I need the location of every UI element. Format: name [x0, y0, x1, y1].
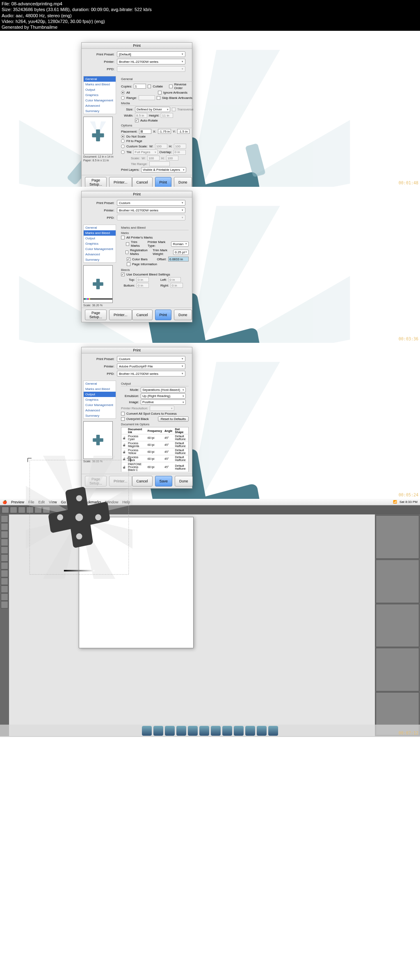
cancel-button[interactable]: Cancel: [132, 310, 153, 320]
printer-button[interactable]: Printer...: [109, 310, 132, 320]
tool-item[interactable]: [1, 523, 8, 530]
printer-select[interactable]: Adobe PostScript® File: [117, 363, 185, 369]
dock-item[interactable]: [245, 726, 255, 736]
sidebar-item-output[interactable]: Output: [84, 87, 116, 92]
sidebar-item-output[interactable]: Output: [84, 236, 116, 241]
placement-grid[interactable]: ⊞: [139, 129, 151, 134]
apple-icon[interactable]: 🍎: [2, 500, 7, 504]
swatches-panel[interactable]: [376, 560, 419, 603]
sidebar-item-marks[interactable]: Marks and Bleed: [84, 230, 116, 236]
printer-select[interactable]: Brother HL-2270DW series: [117, 207, 185, 213]
preset-select[interactable]: [Default]: [117, 51, 185, 57]
sidebar-item-general[interactable]: General: [84, 381, 116, 386]
sidebar-item-advanced[interactable]: Advanced: [84, 103, 116, 108]
printer-select[interactable]: Brother HL-2270DW series: [117, 59, 185, 64]
mark-weight-select[interactable]: 0.25 pt: [173, 250, 189, 255]
menu-preview[interactable]: Preview: [11, 500, 24, 504]
dock-item[interactable]: [165, 726, 175, 736]
sidebar-item-marks[interactable]: Marks and Bleed: [84, 82, 116, 87]
save-button[interactable]: Save: [155, 476, 173, 487]
layers-panel[interactable]: [376, 648, 419, 691]
tool-item[interactable]: [1, 601, 8, 608]
x-input[interactable]: -1.75 in: [158, 129, 171, 134]
sidebar-item-graphics[interactable]: Graphics: [84, 397, 116, 402]
sidebar-item-summary[interactable]: Summary: [84, 257, 116, 262]
skip-check[interactable]: [157, 96, 160, 100]
sidebar-item-color[interactable]: Color Management: [84, 246, 116, 252]
reverse-check[interactable]: [169, 85, 172, 88]
sidebar-item-general[interactable]: General: [84, 225, 116, 230]
tool-item[interactable]: [1, 593, 8, 601]
sidebar-item-advanced[interactable]: Advanced: [84, 408, 116, 413]
sidebar-item-graphics[interactable]: Graphics: [84, 92, 116, 98]
tool-item[interactable]: [1, 562, 8, 569]
ftp-radio[interactable]: [121, 139, 125, 143]
done-button[interactable]: Done: [175, 476, 193, 487]
sidebar-item-summary[interactable]: Summary: [84, 108, 116, 114]
dock-item[interactable]: [234, 726, 244, 736]
page-setup-button[interactable]: Page Setup...: [85, 310, 107, 320]
color-panel[interactable]: [376, 515, 419, 559]
mode-select[interactable]: Separations (Host-Based): [141, 387, 186, 392]
sidebar-item-output[interactable]: Output: [84, 392, 116, 397]
tool-item[interactable]: [1, 570, 8, 577]
reg-check[interactable]: [126, 250, 128, 254]
printer-button[interactable]: Printer...: [109, 177, 132, 187]
dns-radio[interactable]: [121, 135, 125, 138]
sidebar-item-color[interactable]: Color Management: [84, 402, 116, 408]
tool-item[interactable]: [1, 578, 8, 585]
dock-item[interactable]: [199, 726, 209, 736]
sidebar-item-summary[interactable]: Summary: [84, 413, 116, 418]
usedoc-check[interactable]: [121, 273, 125, 276]
tool-item[interactable]: [1, 539, 8, 546]
range-radio[interactable]: [121, 96, 125, 100]
page-setup-button[interactable]: Page Setup...: [85, 177, 107, 187]
image-select[interactable]: Positive: [141, 399, 186, 405]
toolbar-button[interactable]: [2, 507, 9, 513]
mark-type-select[interactable]: Roman: [171, 241, 189, 247]
color-bars-check[interactable]: [127, 257, 130, 261]
print-button[interactable]: Print: [155, 310, 172, 320]
done-button[interactable]: Done: [174, 310, 192, 320]
tool-item[interactable]: [1, 546, 8, 554]
cancel-button[interactable]: Cancel: [132, 177, 153, 187]
all-radio[interactable]: [121, 91, 125, 94]
tool-item[interactable]: [1, 585, 8, 593]
sidebar-item-color[interactable]: Color Management: [84, 98, 116, 103]
tile-radio[interactable]: [121, 150, 125, 154]
dock-item[interactable]: [222, 726, 232, 736]
auto-rotate-check[interactable]: [135, 119, 139, 122]
preview-window[interactable]: [79, 517, 194, 648]
offset-input[interactable]: 0.0833 in: [168, 257, 189, 262]
size-select[interactable]: Defined by Driver: [135, 107, 170, 112]
table-row[interactable]: 🖨Process Magenta60 lpi45°Default Halfton…: [121, 441, 189, 448]
collate-check[interactable]: [148, 85, 151, 88]
toolbar-button[interactable]: [10, 507, 17, 513]
trim-check[interactable]: [126, 242, 129, 246]
all-marks-check[interactable]: [121, 236, 125, 239]
sidebar-item-advanced[interactable]: Advanced: [84, 252, 116, 257]
tool-item[interactable]: [1, 515, 8, 523]
toolbar-button[interactable]: [18, 507, 25, 513]
pageinfo-check[interactable]: [127, 262, 130, 266]
done-button[interactable]: Done: [174, 177, 192, 187]
ppd-select[interactable]: Brother HL-2270DW series: [117, 371, 185, 376]
custom-radio[interactable]: [121, 145, 125, 148]
sidebar-item-graphics[interactable]: Graphics: [84, 241, 116, 246]
canvas[interactable]: [9, 514, 375, 736]
emulsion-select[interactable]: Up (Right Reading): [141, 393, 186, 399]
sidebar-item-marks[interactable]: Marks and Bleed: [84, 386, 116, 392]
preset-select[interactable]: Custom: [117, 200, 185, 206]
y-input[interactable]: -1.5 in: [177, 129, 189, 134]
wifi-icon[interactable]: 📶: [393, 500, 397, 504]
table-row[interactable]: 🖨Process Cyan60 lpi45°Default Halftone: [121, 434, 189, 441]
print-button[interactable]: Print: [155, 177, 172, 187]
dock-item[interactable]: [142, 726, 152, 736]
dock-item[interactable]: [153, 726, 163, 736]
overprint-check[interactable]: [121, 417, 125, 421]
layers-select[interactable]: Visible & Printable Layers: [141, 167, 186, 172]
brushes-panel[interactable]: [376, 604, 419, 647]
dock-item[interactable]: [268, 726, 278, 736]
tool-item[interactable]: [1, 531, 8, 538]
dock-item[interactable]: [211, 726, 221, 736]
